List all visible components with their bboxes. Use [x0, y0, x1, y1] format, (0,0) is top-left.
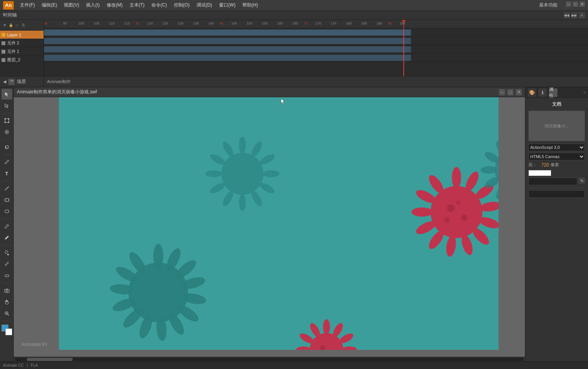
menu-help[interactable]: 帮助(H) — [239, 1, 261, 9]
menu-debug[interactable]: 调试(D) — [193, 1, 215, 9]
menu-view[interactable]: 视图(V) — [61, 1, 82, 9]
rect-btn[interactable] — [2, 194, 12, 205]
eyedropper-icon — [4, 261, 10, 267]
frame-row-layer1 — [44, 28, 588, 37]
menu-insert[interactable]: 插入(I) — [83, 1, 102, 9]
canvas-title: Animate制作简单的消灭病毒小游戏.swf — [17, 89, 497, 95]
menu-bar: An 文件(F) 编辑(E) 视图(V) 插入(I) 修改(M) 文本(T) 命… — [0, 0, 588, 11]
zoom-btn[interactable] — [2, 308, 12, 319]
playhead-line — [403, 28, 404, 76]
info-panel-btn[interactable]: ℹ — [538, 88, 547, 97]
menu-window[interactable]: 窗口(W) — [216, 1, 239, 9]
svg-point-17 — [6, 290, 8, 292]
stroke-color-swatch[interactable] — [5, 328, 12, 335]
ruler-mark-115: 115 — [124, 21, 130, 25]
timeline-menu-btn[interactable]: ≡ — [579, 12, 585, 18]
h-scrollbar[interactable] — [14, 357, 525, 361]
timeline-frames: 4s 95 100 105 110 115 5s 120 125 130 135… — [44, 20, 588, 87]
ruler-mark-150: 150 — [247, 21, 252, 25]
minimize-button[interactable]: ─ — [566, 2, 571, 7]
library-thumb-label: 消灭病毒小... — [544, 123, 569, 129]
brush-btn[interactable] — [2, 232, 12, 243]
frame-row-element2 — [44, 37, 588, 45]
svg-line-12 — [7, 225, 8, 226]
scene-prev-btn[interactable]: ◀ — [3, 79, 6, 84]
ruler-mark-190: 190 — [377, 21, 382, 25]
menu-items: 文件(F) 编辑(E) 视图(V) 插入(I) 修改(M) 文本(T) 命令(C… — [17, 1, 261, 9]
camera-btn[interactable] — [2, 285, 12, 296]
menu-control[interactable]: 控制(O) — [171, 1, 193, 9]
eyedropper-btn[interactable] — [2, 259, 12, 269]
subselection-tool-btn[interactable] — [2, 100, 12, 111]
paint-bucket-btn[interactable] — [2, 247, 12, 258]
menu-edit[interactable]: 编辑(E) — [39, 1, 60, 9]
layer-item-layer1[interactable]: Layer 1 — [0, 31, 44, 39]
pencil-icon — [4, 224, 10, 229]
properties-panel-btn[interactable]: 属性 — [549, 88, 557, 97]
ruler-mark-135: 135 — [193, 21, 199, 25]
subselection-icon — [4, 103, 10, 108]
layer-item-element1[interactable]: 元件 1 — [0, 47, 44, 56]
color-picker-btn[interactable]: ✎ — [579, 178, 585, 184]
lock-column-icon: 🔒 — [8, 23, 13, 28]
element2-icon — [2, 41, 5, 45]
free-transform-btn[interactable] — [2, 115, 12, 126]
svg-rect-4 — [8, 122, 9, 123]
eye-column-icon: 👁 — [2, 23, 7, 28]
line-icon — [4, 186, 10, 191]
status-text: Animate CC — [3, 363, 24, 367]
hand-btn[interactable] — [2, 297, 12, 307]
selection-tool-btn[interactable] — [2, 89, 12, 100]
layer-item-element2[interactable]: 元件 2 — [0, 39, 44, 47]
color-panel-btn[interactable]: 🎨 — [528, 88, 536, 97]
content-area: T — [0, 87, 588, 361]
app-logo: An — [3, 1, 14, 10]
color-hex-input[interactable] — [528, 178, 577, 185]
ruler-mark-145: 145 — [231, 21, 237, 25]
lasso-btn[interactable] — [2, 142, 12, 152]
eraser-btn[interactable] — [2, 270, 12, 281]
h-scroll-thumb[interactable] — [27, 358, 73, 361]
svg-point-103 — [296, 346, 311, 350]
maximize-button[interactable]: □ — [573, 2, 578, 7]
ruler-mark-120: 120 — [147, 21, 153, 25]
rect-icon — [4, 197, 10, 202]
rp-dropdown-1[interactable]: ActionScript 3.0 — [528, 144, 585, 151]
scene-bar: ◀ 🎬 场景 — [0, 76, 44, 87]
timeline-collapse-btn[interactable]: ◀◀ — [564, 12, 570, 18]
gradient-transform-btn[interactable] — [2, 127, 12, 137]
text-btn[interactable]: T — [2, 168, 12, 179]
layer-item-layer2[interactable]: 图层_2 — [0, 56, 44, 64]
menu-text[interactable]: 文本(T) — [127, 1, 148, 9]
mini-color-swatch[interactable] — [528, 170, 551, 176]
ruler-mark-165: 165 — [292, 21, 298, 25]
close-button[interactable]: ✕ — [580, 2, 585, 7]
canvas-close-btn[interactable]: ✕ — [516, 89, 522, 95]
virus-right-partial — [476, 273, 499, 350]
canvas-maximize-btn[interactable]: □ — [507, 89, 513, 95]
pen-btn[interactable] — [2, 157, 12, 167]
rp-dropdown-2[interactable]: HTML5 Canvas — [528, 153, 585, 160]
ruler-mark-7s: 7s — [304, 21, 308, 25]
cursor-position — [281, 98, 285, 103]
canvas-minimize-btn[interactable]: ─ — [499, 89, 505, 95]
animate-label: Animate制作 — [47, 79, 71, 85]
ruler-marks: 4s 95 100 105 110 115 5s 120 125 130 135… — [44, 20, 45, 28]
ruler-mark-180: 180 — [346, 21, 352, 25]
pencil-btn[interactable] — [2, 221, 12, 232]
timeline-expand-btn[interactable]: ▶▶ — [571, 12, 577, 18]
timeline-bottom-bar: Animate制作 — [44, 76, 588, 87]
oval-btn[interactable] — [2, 206, 12, 217]
svg-rect-15 — [5, 275, 9, 277]
menu-command[interactable]: 命令(C) — [148, 1, 170, 9]
frame-fill-layer1 — [44, 29, 411, 36]
main-layout: 时间轴 ◀◀ ▶▶ ≡ 👁 🔒 □ 关 L — [0, 11, 588, 369]
ruler-mark-8s: 8s — [388, 21, 392, 25]
menu-modify[interactable]: 修改(M) — [104, 1, 126, 9]
window-controls: ─ □ ✕ — [566, 2, 585, 7]
panel-menu-icon[interactable]: ≡ — [583, 90, 586, 95]
rp-input-1[interactable] — [528, 190, 585, 198]
menu-file[interactable]: 文件(F) — [17, 1, 38, 9]
line-btn[interactable] — [2, 183, 12, 194]
svg-point-8 — [8, 160, 8, 161]
